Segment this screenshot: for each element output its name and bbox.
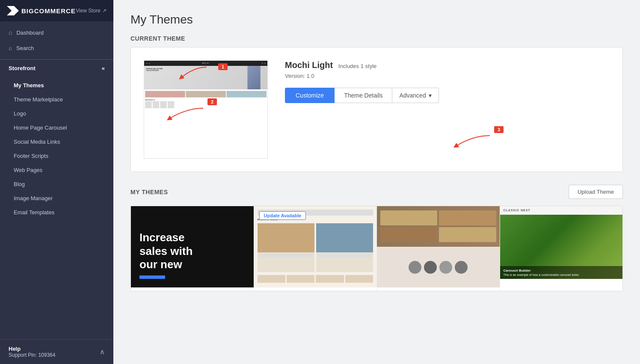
chevron-down-icon: ▾ <box>429 92 432 99</box>
my-themes-label: My Themes <box>130 189 168 195</box>
sidebar-item-label: Social Media Links <box>14 139 60 145</box>
support-pin: Support Pin: 109364 <box>9 352 55 358</box>
footer-help-text: Help Support Pin: 109364 <box>9 346 55 358</box>
theme-card-promo[interactable]: Increase sales with our new <box>131 206 254 291</box>
view-store-link[interactable]: View Store ↗ <box>76 8 107 14</box>
theme-version: Version: 1.0 <box>285 73 610 79</box>
theme-card-restaurant[interactable] <box>377 206 500 291</box>
sidebar-item-label: Home Page Carousel <box>14 124 67 131</box>
sidebar-item-logo[interactable]: Logo <box>0 107 113 121</box>
theme-preview: MOCHI INTRODUCING AUTUMNCOLLECTION 2015 … <box>144 60 268 159</box>
main-content: 1 2 3 My Themes Current Theme MOCHI <box>113 0 640 364</box>
classic-next-image: Carousel Builder This is an example of h… <box>500 215 623 279</box>
classic-next-desc: This is an example of how a customizable… <box>504 273 619 276</box>
chevron-up-icon[interactable]: ∧ <box>100 348 105 356</box>
external-link-icon: ↗ <box>102 8 107 14</box>
sidebar-item-blog[interactable]: Blog <box>0 177 113 191</box>
theme-details-button[interactable]: Theme Details <box>335 88 392 103</box>
theme-info: Mochi Light Includes 1 style Version: 1.… <box>285 60 610 103</box>
sidebar-item-label: Dashboard <box>16 30 44 36</box>
sidebar-item-footer-scripts[interactable]: Footer Scripts <box>0 149 113 163</box>
theme-actions: Customize Theme Details Advanced ▾ <box>285 88 610 103</box>
view-store-text: View Store <box>76 8 101 14</box>
sidebar-item-theme-marketplace[interactable]: Theme Marketplace <box>0 92 113 107</box>
annotation-badge-2: 2 <box>207 98 217 105</box>
bigcommerce-logo-icon <box>7 6 19 15</box>
sidebar-section-storefront: Storefront « My Themes Theme Marketplace… <box>0 59 113 221</box>
storefront-items: My Themes Theme Marketplace Logo Home Pa… <box>0 77 113 221</box>
sidebar-item-label: Search <box>16 45 34 51</box>
sidebar-item-image-manager[interactable]: Image Manager <box>0 191 113 205</box>
storefront-section-label: Storefront <box>9 65 36 71</box>
sidebar-logo[interactable]: BIGCOMMERCE <box>7 6 76 15</box>
home-icon: ⌂ <box>9 29 12 36</box>
sidebar-item-web-pages[interactable]: Web Pages <box>0 163 113 177</box>
theme-two-preview <box>377 206 500 287</box>
sidebar-item-label: My Themes <box>14 82 44 89</box>
theme-card-classic-next[interactable]: CLASSIC NEXT Carousel Builder This is an… <box>500 206 623 291</box>
sidebar: BIGCOMMERCE View Store ↗ ⌂ Dashboard ⌕ S… <box>0 0 113 364</box>
theme-card-update[interactable]: Update Available Books for Cooks <box>254 206 377 291</box>
advanced-label: Advanced <box>399 92 426 99</box>
my-themes-header: My Themes Upload Theme <box>130 185 623 199</box>
sidebar-item-label: Logo <box>14 110 26 117</box>
customize-button[interactable]: Customize <box>285 88 335 103</box>
sidebar-item-email-templates[interactable]: Email Templates <box>0 205 113 219</box>
search-icon: ⌕ <box>9 44 12 51</box>
sidebar-item-search[interactable]: ⌕ Search <box>0 40 113 56</box>
help-label[interactable]: Help <box>9 346 55 352</box>
annotation-badge-1: 1 <box>218 63 228 70</box>
classic-next-preview: CLASSIC NEXT Carousel Builder This is an… <box>500 206 623 287</box>
logo-text: BIGCOMMERCE <box>21 7 76 15</box>
current-theme-inner: MOCHI INTRODUCING AUTUMNCOLLECTION 2015 … <box>144 60 610 159</box>
sidebar-nav-top: ⌂ Dashboard ⌕ Search <box>0 21 113 59</box>
promo-banner: Increase sales with our new <box>131 206 254 287</box>
annotation-badge-3: 3 <box>494 126 504 133</box>
sidebar-item-label: Web Pages <box>14 167 42 173</box>
sidebar-item-label: Theme Marketplace <box>14 96 63 103</box>
sidebar-footer: Help Support Pin: 109364 ∧ <box>0 339 113 364</box>
theme-name: Mochi Light <box>285 60 333 70</box>
classic-next-name: CLASSIC NEXT <box>500 206 623 215</box>
promo-title: Increase sales with our new <box>139 231 245 271</box>
mini-theme-top <box>377 206 500 247</box>
update-available-badge: Update Available <box>259 211 306 220</box>
sidebar-item-label: Email Templates <box>14 209 54 216</box>
current-theme-card: MOCHI INTRODUCING AUTUMNCOLLECTION 2015 … <box>130 47 623 172</box>
sidebar-item-label: Image Manager <box>14 195 53 201</box>
mini-theme-bottom <box>377 247 500 288</box>
current-theme-label: Current Theme <box>130 35 623 42</box>
theme-preview-inner: MOCHI INTRODUCING AUTUMNCOLLECTION 2015 … <box>144 61 267 158</box>
sidebar-header: BIGCOMMERCE View Store ↗ <box>0 0 113 21</box>
chevron-left-icon: « <box>102 65 105 71</box>
sidebar-item-home-page-carousel[interactable]: Home Page Carousel <box>0 121 113 135</box>
storefront-section-header[interactable]: Storefront « <box>0 59 113 77</box>
sidebar-item-dashboard[interactable]: ⌂ Dashboard <box>0 25 113 40</box>
sidebar-item-social-media-links[interactable]: Social Media Links <box>0 135 113 149</box>
page-title: My Themes <box>130 13 623 27</box>
upload-theme-button[interactable]: Upload Theme <box>569 185 623 199</box>
promo-accent-bar <box>139 275 165 279</box>
theme-subtitle: Includes 1 style <box>338 63 377 69</box>
sidebar-item-label: Blog <box>14 181 25 187</box>
sidebar-item-my-themes[interactable]: My Themes <box>0 78 113 92</box>
advanced-button[interactable]: Advanced ▾ <box>392 88 439 103</box>
themes-grid: Increase sales with our new Update Avail… <box>130 206 623 291</box>
sidebar-item-label: Footer Scripts <box>14 153 48 159</box>
